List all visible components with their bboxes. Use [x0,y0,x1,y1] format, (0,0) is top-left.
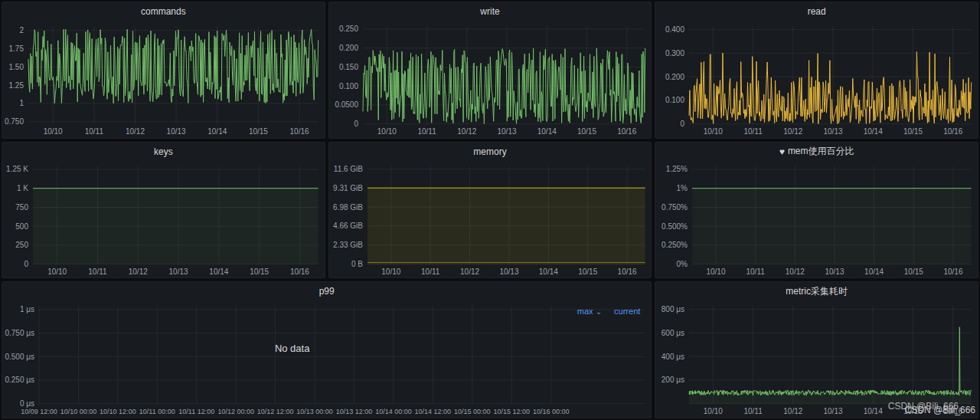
panel-title-memory[interactable]: memory [329,143,652,161]
svg-text:10/13: 10/13 [169,267,188,275]
panel-memory: memory 11.6 GiB9.31 GiB6.98 GiB4.66 GiB2… [328,142,652,279]
svg-text:10/12: 10/12 [784,407,803,415]
svg-text:10/15: 10/15 [904,267,923,275]
svg-text:10/16: 10/16 [290,267,309,275]
svg-text:0.250: 0.250 [339,25,358,33]
chevron-down-icon: ⌄ [596,307,602,316]
svg-text:11.6 GiB: 11.6 GiB [333,165,362,173]
svg-text:10/16: 10/16 [617,267,636,275]
svg-text:0.250%: 0.250% [662,241,688,249]
svg-text:10/11: 10/11 [744,407,763,415]
svg-text:10/10: 10/10 [381,267,400,275]
svg-text:10/12: 10/12 [460,267,479,275]
svg-text:10/11: 10/11 [417,127,436,136]
svg-text:10/12: 10/12 [786,267,805,275]
panel-title-write[interactable]: write [329,2,652,21]
svg-text:10/14 12:00: 10/14 12:00 [415,408,452,415]
svg-text:10/12: 10/12 [126,127,145,136]
svg-text:10/10: 10/10 [44,127,63,136]
svg-text:2.33 GiB: 2.33 GiB [333,241,363,249]
svg-text:10/12 12:00: 10/12 12:00 [257,408,294,415]
svg-text:0.500 μs: 0.500 μs [5,353,34,361]
svg-text:10/13 00:00: 10/13 00:00 [296,408,333,415]
panel-p99: p99 1 μs0.750 μs0.500 μs0.250 μs0 μs10/0… [2,281,652,418]
read-chart[interactable]: 0.4000.3000.2000.100010/1010/1110/1210/1… [655,21,978,138]
svg-text:0.750: 0.750 [5,117,24,126]
legend-sort-max[interactable]: max ⌄ [577,307,602,316]
svg-text:10/14: 10/14 [864,127,883,136]
svg-text:10/13: 10/13 [167,127,186,136]
svg-text:0.100: 0.100 [339,82,358,90]
svg-text:0.400: 0.400 [665,25,684,34]
commands-chart[interactable]: 21.751.501.2510.75010/1010/1110/1210/131… [2,21,325,138]
svg-text:800 μs: 800 μs [662,305,684,313]
write-chart[interactable]: 0.2500.2000.1500.1000.0500010/1010/1110/… [329,21,652,138]
svg-text:10/12 00:00: 10/12 00:00 [217,408,254,415]
panel-title-read[interactable]: read [655,2,978,21]
svg-text:0.200: 0.200 [339,44,358,52]
keys-chart[interactable]: 1.25 K1 K750500250010/1010/1110/1210/131… [2,161,325,278]
svg-text:0.0500: 0.0500 [335,100,358,109]
panel-title-mem-percent[interactable]: ♥ mem使用百分比 [655,143,978,161]
svg-text:1.25%: 1.25% [666,165,688,173]
panel-write: write 0.2500.2000.1500.1000.0500010/1010… [328,2,652,139]
panel-title-keys[interactable]: keys [2,143,325,161]
panel-title-text: mem使用百分比 [788,145,854,158]
panel-title-commands[interactable]: commands [2,2,325,21]
svg-text:600 μs: 600 μs [662,329,684,337]
svg-text:10/13: 10/13 [825,267,844,275]
heart-icon: ♥ [779,146,785,157]
svg-text:10/11: 10/11 [421,267,440,275]
svg-text:1%: 1% [677,184,688,192]
svg-text:10/16: 10/16 [944,127,963,136]
svg-text:0.750 μs: 0.750 μs [5,329,34,337]
svg-text:10/14: 10/14 [538,267,557,275]
svg-text:10/13: 10/13 [497,127,516,136]
svg-text:0.200: 0.200 [665,73,684,81]
panel-body-p99: 1 μs0.750 μs0.500 μs0.250 μs0 μs10/09 12… [2,300,651,418]
svg-text:10/10: 10/10 [377,127,396,136]
svg-text:2: 2 [19,26,24,34]
panel-title-p99[interactable]: p99 [2,282,651,300]
svg-text:1.50: 1.50 [9,63,24,71]
svg-text:10/12: 10/12 [784,127,803,136]
svg-text:400 μs: 400 μs [662,353,684,361]
svg-text:10/11 12:00: 10/11 12:00 [178,408,214,415]
panel-body-write: 0.2500.2000.1500.1000.0500010/1010/1110/… [329,21,652,138]
panel-title-metric-collect-time[interactable]: metric采集耗时 [655,282,978,300]
svg-text:10/10: 10/10 [707,267,726,275]
svg-text:10/13: 10/13 [499,267,518,275]
mem-percent-chart[interactable]: 1.25%1%0.750%0.500%0.250%0%10/1010/1110/… [655,161,978,278]
svg-text:10/13: 10/13 [824,407,843,415]
svg-text:10/12: 10/12 [457,127,476,136]
svg-text:0.750%: 0.750% [662,203,688,212]
svg-text:10/14: 10/14 [864,267,884,275]
panel-mem-percent: ♥ mem使用百分比 1.25%1%0.750%0.500%0.250%0%10… [655,142,978,279]
svg-text:0.300: 0.300 [665,49,684,57]
svg-text:10/15: 10/15 [249,127,268,136]
svg-text:10/11: 10/11 [744,127,763,136]
svg-text:10/14: 10/14 [864,407,883,415]
svg-text:0.100: 0.100 [665,96,684,104]
svg-text:4.66 GiB: 4.66 GiB [333,221,363,230]
watermark: CSDN @Bili_666 [905,405,975,415]
svg-text:1 μs: 1 μs [20,306,34,314]
svg-text:0.500%: 0.500% [662,221,688,230]
svg-text:10/14: 10/14 [209,267,228,275]
svg-text:10/15 00:00: 10/15 00:00 [454,408,491,415]
svg-text:1: 1 [19,99,24,107]
svg-text:6.98 GiB: 6.98 GiB [333,202,363,211]
svg-text:0.150: 0.150 [339,63,358,71]
svg-text:10/12: 10/12 [129,267,148,275]
svg-text:10/15: 10/15 [578,267,597,275]
legend-sort-current[interactable]: current [614,307,640,316]
no-data-text: No data [275,343,310,354]
svg-text:1.25 K: 1.25 K [6,165,28,173]
p99-chart[interactable]: 1 μs0.750 μs0.500 μs0.250 μs0 μs10/09 12… [2,300,651,418]
svg-text:10/14 00:00: 10/14 00:00 [375,408,412,415]
memory-chart[interactable]: 11.6 GiB9.31 GiB6.98 GiB4.66 GiB2.33 GiB… [329,161,652,278]
svg-text:10/16: 10/16 [944,267,963,275]
panel-body-commands: 21.751.501.2510.75010/1010/1110/1210/131… [2,21,325,138]
svg-text:1 K: 1 K [17,184,28,192]
svg-text:750: 750 [15,203,28,212]
